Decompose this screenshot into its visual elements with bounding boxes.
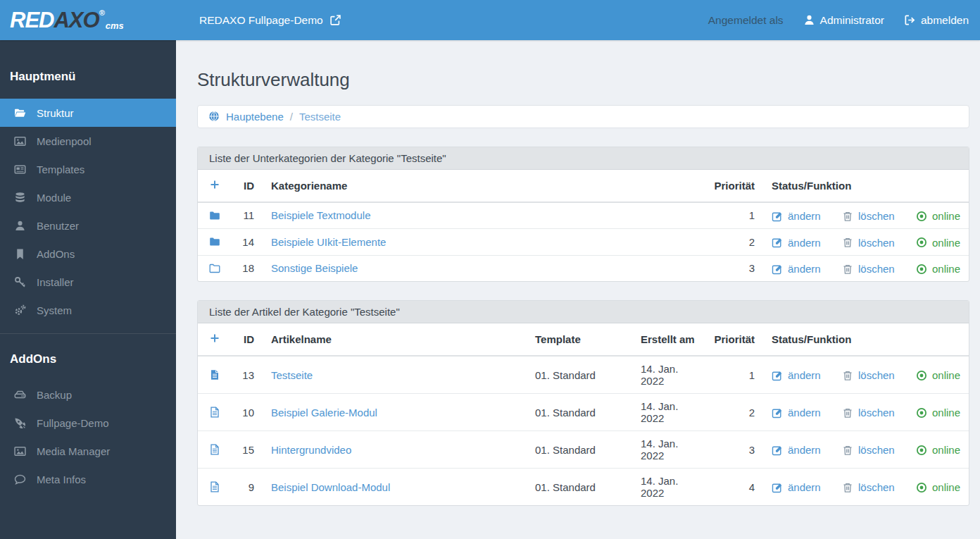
- sidebar-item-medienpool[interactable]: Medienpool: [0, 127, 176, 155]
- category-name-link[interactable]: Beispiele UIkit-Elemente: [271, 236, 386, 248]
- delete-link[interactable]: löschen: [842, 263, 916, 275]
- category-priority: 1: [708, 202, 760, 229]
- article-name-link[interactable]: Beispiel Galerie-Modul: [271, 407, 377, 419]
- online-status-link[interactable]: online: [916, 369, 960, 381]
- online-label: online: [932, 444, 960, 456]
- article-id: 10: [232, 394, 260, 431]
- sidebar-item-templates[interactable]: Templates: [0, 155, 176, 183]
- article-id: 13: [232, 356, 260, 394]
- site-frontend-link[interactable]: REDAXO Fullpage-Demo: [199, 14, 341, 27]
- file-outline-icon: [209, 407, 226, 418]
- pencil-square-icon: [772, 211, 783, 222]
- online-label: online: [932, 210, 960, 222]
- dot-circle-icon: [916, 237, 927, 248]
- online-status-link[interactable]: online: [916, 444, 960, 456]
- sidebar-item-system[interactable]: System: [0, 296, 176, 324]
- article-name-link[interactable]: Beispiel Download-Modul: [271, 481, 390, 493]
- categories-caption: Liste der Unterkategorien der Kategorie …: [198, 147, 969, 170]
- logo-registered-mark: ®: [99, 8, 105, 17]
- sidebar-item-media-manager[interactable]: Media Manager: [0, 437, 176, 465]
- pencil-square-icon: [772, 445, 783, 456]
- file-outline-icon: [209, 481, 226, 492]
- folder-open-icon: [14, 107, 26, 119]
- online-status-link[interactable]: online: [916, 263, 960, 275]
- edit-link[interactable]: ändern: [772, 369, 842, 381]
- file-solid-icon: [209, 369, 226, 380]
- logout-link[interactable]: abmelden: [904, 14, 969, 27]
- pencil-square-icon: [772, 370, 783, 381]
- sidebar-item-module[interactable]: Module: [0, 183, 176, 211]
- sidebar-item-addons[interactable]: AddOns: [0, 240, 176, 268]
- sidebar-item-installer[interactable]: Installer: [0, 268, 176, 296]
- online-status-link[interactable]: online: [916, 237, 960, 249]
- delete-link[interactable]: löschen: [842, 481, 916, 493]
- add-category-button[interactable]: [209, 179, 220, 190]
- table-row: 13 Testseite 01. Standard 14. Jan. 2022 …: [198, 356, 969, 394]
- sidebar-item-struktur[interactable]: Struktur: [0, 99, 176, 127]
- delete-link[interactable]: löschen: [842, 369, 916, 381]
- page-title: Strukturverwaltung: [197, 68, 969, 92]
- add-article-button[interactable]: [209, 333, 220, 344]
- edit-link[interactable]: ändern: [772, 481, 842, 493]
- edit-label: ändern: [788, 369, 821, 381]
- categories-panel: Liste der Unterkategorien der Kategorie …: [197, 147, 969, 283]
- sidebar-item-label: Media Manager: [37, 445, 110, 457]
- delete-link[interactable]: löschen: [842, 210, 916, 222]
- breadcrumb-root-link[interactable]: Hauptebene: [226, 111, 284, 123]
- edit-link[interactable]: ändern: [772, 237, 842, 249]
- hdd-icon: [14, 389, 26, 401]
- edit-link[interactable]: ändern: [772, 210, 842, 222]
- breadcrumb-separator: /: [290, 111, 293, 123]
- online-status-link[interactable]: online: [916, 407, 960, 419]
- trash-icon: [842, 211, 853, 222]
- article-template: 01. Standard: [529, 394, 635, 431]
- bookmark-icon: [14, 248, 26, 260]
- article-created: 14. Jan. 2022: [635, 431, 708, 469]
- category-name-link[interactable]: Sonstige Beispiele: [271, 262, 358, 274]
- edit-label: ändern: [788, 210, 821, 222]
- category-id: 11: [232, 202, 260, 229]
- sidebar-item-fullpage-demo[interactable]: Fullpage-Demo: [0, 409, 176, 437]
- article-created: 14. Jan. 2022: [635, 356, 708, 394]
- col-header-prioritaet: Priorität: [708, 323, 760, 356]
- edit-link[interactable]: ändern: [772, 407, 842, 419]
- database-icon: [14, 192, 26, 204]
- articles-caption: Liste der Artikel der Kategorie "Testsei…: [198, 301, 969, 323]
- logo-text-cms: cms: [106, 20, 124, 31]
- edit-label: ändern: [788, 481, 821, 493]
- col-header-id: ID: [232, 170, 260, 202]
- trash-icon: [842, 370, 853, 381]
- category-priority: 2: [708, 229, 760, 256]
- sidebar-item-label: AddOns: [37, 248, 75, 260]
- edit-link[interactable]: ändern: [772, 263, 842, 275]
- pencil-square-icon: [772, 407, 783, 419]
- article-name-link[interactable]: Testseite: [271, 369, 313, 381]
- table-row: 10 Beispiel Galerie-Modul 01. Standard 1…: [198, 394, 969, 431]
- delete-link[interactable]: löschen: [842, 407, 916, 419]
- delete-link[interactable]: löschen: [842, 444, 916, 456]
- article-priority: 1: [708, 356, 760, 394]
- article-name-link[interactable]: Hintergrundvideo: [271, 444, 351, 456]
- category-name-link[interactable]: Beispiele Textmodule: [271, 209, 370, 221]
- brand-area: REDAXO®cms: [0, 9, 176, 31]
- current-user-link[interactable]: Administrator: [803, 14, 884, 27]
- sidebar-item-benutzer[interactable]: Benutzer: [0, 211, 176, 240]
- online-status-link[interactable]: online: [916, 481, 960, 493]
- pencil-square-icon: [772, 482, 783, 493]
- edit-link[interactable]: ändern: [772, 444, 842, 456]
- delete-label: löschen: [858, 481, 895, 493]
- delete-link[interactable]: löschen: [842, 237, 916, 249]
- key-icon: [14, 276, 26, 288]
- breadcrumb-current-link[interactable]: Testseite: [299, 111, 341, 123]
- sidebar-item-label: Backup: [37, 389, 72, 401]
- delete-label: löschen: [858, 444, 895, 456]
- comment-icon: [14, 473, 26, 485]
- user-icon: [803, 14, 815, 26]
- pencil-square-icon: [772, 264, 783, 275]
- redaxo-logo[interactable]: REDAXO®cms: [10, 9, 124, 31]
- logout-label: abmelden: [921, 14, 969, 27]
- sidebar-item-backup[interactable]: Backup: [0, 380, 176, 409]
- dot-circle-icon: [916, 482, 927, 493]
- sidebar-item-meta-infos[interactable]: Meta Infos: [0, 465, 176, 493]
- online-status-link[interactable]: online: [916, 210, 960, 222]
